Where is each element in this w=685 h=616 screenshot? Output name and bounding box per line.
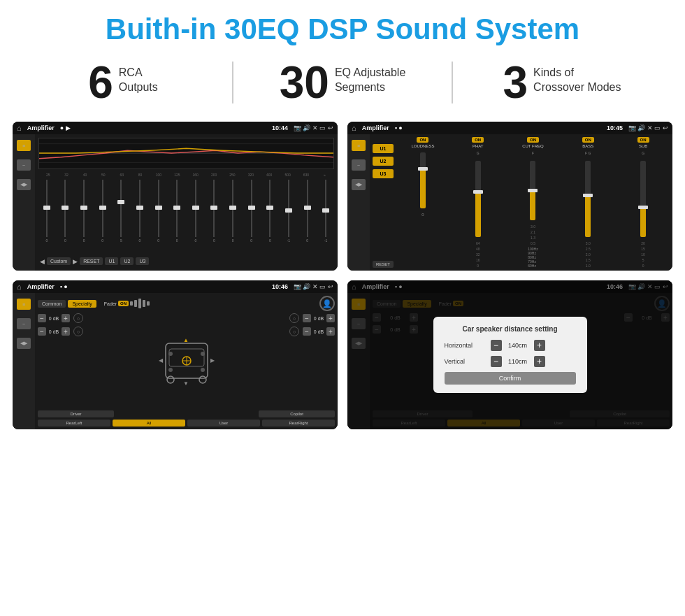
loudness-label: LOUDNESS [411, 144, 434, 148]
user-icon[interactable]: 👤 [319, 296, 335, 311]
eq-slider-5[interactable]: 0 [131, 180, 148, 243]
fader-on-badge[interactable]: ON [118, 301, 129, 306]
amp-phat: ON PHAT G 644832160 [452, 137, 505, 268]
car-diagram: ▲ ▼ ◀ ▶ [86, 313, 287, 408]
eq-slider-0[interactable]: 0 [38, 180, 55, 243]
home-icon-3[interactable]: ⌂ [17, 282, 22, 291]
bass-slider[interactable] [585, 161, 591, 237]
btn-user[interactable]: User [187, 420, 260, 427]
amp-icon-3[interactable]: ◀▶ [352, 179, 366, 190]
fader-bars [130, 299, 150, 308]
eq-slider-3[interactable]: 0 [94, 180, 111, 243]
horizontal-plus[interactable]: + [534, 340, 545, 351]
eq-slider-13[interactable]: -1 [280, 180, 297, 243]
eq-icon-1[interactable]: ≡ [17, 140, 31, 151]
eq-slider-8[interactable]: 0 [187, 180, 204, 243]
distance-dialog: Car speaker distance setting Horizontal … [433, 317, 587, 393]
vertical-minus[interactable]: − [491, 356, 502, 367]
db3-minus[interactable]: − [303, 314, 311, 322]
screen-fader: ⌂ Amplifier ▪ ● 10:46 📷 🔊 ✕ ▭ ↩ ≡ ~ ◀▶ C… [13, 280, 338, 429]
speaker-circle-4: ○ [289, 327, 299, 336]
eq-slider-14[interactable]: 0 [299, 180, 316, 243]
eq-next[interactable]: ▶ [73, 258, 78, 265]
svg-point-11 [201, 352, 205, 356]
eq-slider-1[interactable]: 0 [57, 180, 74, 243]
screen-amp: ⌂ Amplifier ▪ ● 10:45 📷 🔊 ✕ ▭ ↩ ≡ ~ ◀▶ U… [347, 122, 672, 271]
car-svg: ▲ ▼ ◀ ▶ [155, 329, 218, 392]
btn-rearright[interactable]: RearRight [262, 420, 335, 427]
db4-minus[interactable]: − [303, 327, 311, 336]
phat-slider[interactable] [475, 161, 481, 237]
eq-main-area: 25 32 40 50 63 80 100 125 160 200 250 32… [35, 134, 338, 271]
amp-cutfreq: ON CUT FREQ F 3.02.11.30.5 100Hz90Hz80Hz… [507, 137, 560, 268]
phat-on[interactable]: ON [472, 137, 484, 143]
dialog-overlay: Car speaker distance setting Horizontal … [347, 280, 672, 429]
eq-curve [39, 138, 333, 169]
db2-minus[interactable]: − [38, 327, 46, 336]
status-dots-2: ▪ ● [395, 124, 403, 131]
eq-preset-custom[interactable]: Custom [47, 257, 71, 265]
bass-on[interactable]: ON [582, 137, 594, 143]
db-row-4: ○ − 0 dB + [289, 327, 335, 336]
vertical-ctrl: − 110cm + [491, 356, 545, 367]
db3-plus[interactable]: + [326, 314, 335, 322]
amp-icon-2[interactable]: ~ [352, 159, 366, 171]
eq-slider-9[interactable]: 0 [206, 180, 223, 243]
cutfreq-on[interactable]: ON [527, 137, 539, 143]
fader-icon-2[interactable]: ~ [17, 318, 31, 329]
btn-rearleft[interactable]: RearLeft [38, 420, 110, 427]
db4-plus[interactable]: + [326, 327, 335, 336]
eq-u3-btn[interactable]: U3 [136, 257, 149, 265]
eq-slider-4[interactable]: 5 [113, 180, 130, 243]
db1-plus[interactable]: + [62, 314, 70, 322]
db1-minus[interactable]: − [38, 314, 46, 322]
vertical-plus[interactable]: + [534, 356, 545, 367]
btn-all[interactable]: All [113, 420, 185, 427]
status-icons-3: 📷 🔊 ✕ ▭ ↩ [294, 283, 333, 290]
amp-content: ≡ ~ ◀▶ U1 U2 U3 RESET ON LOUDNESS [347, 134, 672, 271]
preset-u2[interactable]: U2 [373, 157, 394, 166]
tab-common[interactable]: Common [38, 300, 66, 308]
vertical-row: Vertical − 110cm + [445, 356, 576, 367]
eq-slider-12[interactable]: 0 [262, 180, 279, 243]
home-icon-2[interactable]: ⌂ [352, 124, 356, 132]
horizontal-minus[interactable]: − [491, 340, 502, 351]
stats-row: 6 RCAOutputs 30 EQ AdjustableSegments 3 … [0, 53, 685, 117]
eq-slider-6[interactable]: 0 [150, 180, 167, 243]
page-title: Buith-in 30EQ DSP Sound System [14, 13, 671, 46]
eq-slider-11[interactable]: 0 [243, 180, 260, 243]
sub-slider[interactable] [640, 161, 646, 237]
eq-prev[interactable]: ◀ [40, 258, 45, 265]
cutfreq-slider[interactable] [530, 161, 535, 220]
eq-icon-2[interactable]: ~ [17, 159, 31, 171]
loudness-on[interactable]: ON [417, 137, 428, 143]
amp-reset[interactable]: RESET [373, 261, 394, 268]
amp-bass: ON BASS F G 3.02.52.01.51.0 [561, 137, 614, 268]
eq-slider-2[interactable]: 0 [75, 180, 92, 243]
sub-on[interactable]: ON [637, 137, 649, 143]
dialog-title: Car speaker distance setting [445, 325, 576, 333]
preset-u3[interactable]: U3 [373, 169, 394, 178]
eq-icon-3[interactable]: ◀▶ [17, 179, 31, 190]
eq-u2-btn[interactable]: U2 [120, 257, 134, 265]
home-icon[interactable]: ⌂ [17, 124, 22, 132]
eq-slider-15[interactable]: -1 [317, 180, 334, 243]
confirm-button[interactable]: Confirm [445, 372, 576, 385]
db2-plus[interactable]: + [62, 327, 70, 336]
fader-icon-1[interactable]: ≡ [17, 299, 31, 310]
eq-u1-btn[interactable]: U1 [105, 257, 118, 265]
eq-reset-btn[interactable]: RESET [80, 257, 103, 265]
btn-copilot[interactable]: Copilot [259, 410, 335, 417]
eq-slider-10[interactable]: 0 [224, 180, 241, 243]
tab-specialty[interactable]: Specialty [68, 300, 96, 308]
fader-icon-3[interactable]: ◀▶ [17, 338, 31, 349]
db3-value: 0 dB [312, 316, 325, 321]
amp-loudness: ON LOUDNESS 0 [396, 137, 449, 268]
loudness-slider[interactable] [420, 152, 426, 208]
btn-driver[interactable]: Driver [38, 410, 114, 417]
amp-icon-1[interactable]: ≡ [352, 140, 366, 151]
eq-slider-7[interactable]: 0 [168, 180, 185, 243]
eq-bottom-bar: ◀ Custom ▶ RESET U1 U2 U3 [38, 255, 334, 267]
status-time-1: 10:44 [272, 124, 288, 131]
preset-u1[interactable]: U1 [373, 144, 394, 153]
